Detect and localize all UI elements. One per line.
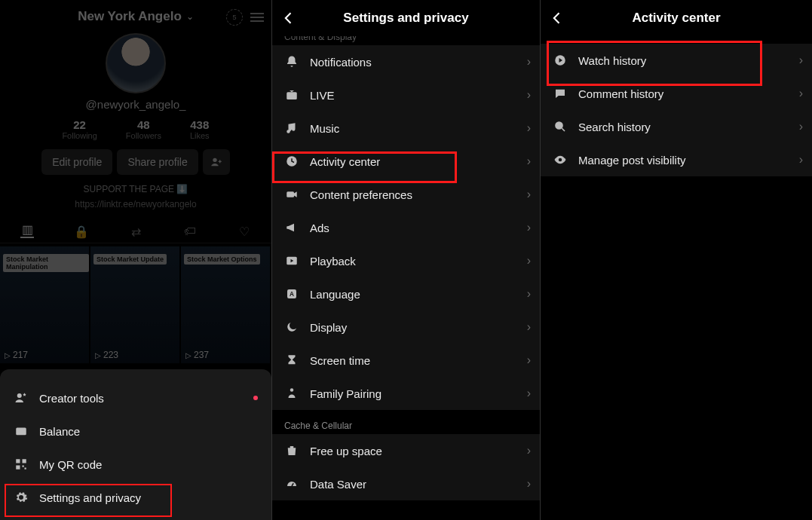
video-grid: Stock Market Manipulation217 Stock Marke… [0,246,271,363]
profile-display-name[interactable]: New York Angelo [78,9,182,24]
section-header: Content & Display [272,36,540,42]
section-header: Cache & Cellular [272,421,540,431]
menu-comment-history[interactable]: Comment history› [541,77,812,110]
video-thumb[interactable]: Stock Market Update223 [90,246,179,363]
svg-rect-8 [25,468,26,470]
settings-pane: Settings and privacy Content & Display N… [272,0,541,520]
profile-handle: @newyork_angelo_ [0,98,271,111]
menu-free-up-space[interactable]: Free up space› [272,434,540,467]
avatar[interactable] [106,33,166,93]
titlebar: Activity center [541,0,812,36]
chevron-down-icon: ⌄ [186,11,194,22]
chevron-right-icon: › [527,353,531,367]
menu-icon[interactable] [250,13,264,22]
menu-data-saver[interactable]: Data Saver› [272,467,540,500]
chevron-right-icon: › [527,88,531,102]
back-button[interactable] [547,8,568,29]
chevron-right-icon: › [527,320,531,334]
activity-center-pane: Activity center Watch history› Comment h… [541,0,812,520]
sheet-qr-code[interactable]: My QR code [0,448,271,481]
back-button[interactable] [278,8,299,29]
menu-notifications[interactable]: Notifications› [272,45,540,78]
family-icon [284,386,299,401]
menu-activity-center[interactable]: Activity center› [272,145,540,178]
qr-icon [14,457,29,472]
stat-following[interactable]: 22Following [62,118,97,140]
camera-icon [284,187,299,202]
svg-rect-4 [16,459,20,463]
menu-content-preferences[interactable]: Content preferences› [272,178,540,211]
moon-icon [284,320,299,335]
menu-search-history[interactable]: Search history› [541,110,812,143]
menu-playback[interactable]: Playback› [272,244,540,277]
lock-tab-icon[interactable]: 🔒 [75,225,88,238]
menu-item-label: Family Pairing [310,387,381,400]
bell-icon [284,54,299,69]
trash-icon [284,443,299,458]
menu-item-label: Playback [310,255,356,268]
menu-screen-time[interactable]: Screen time› [272,344,540,377]
menu-item-label: Ads [310,222,329,234]
menu-display[interactable]: Display› [272,310,540,344]
repost-tab-icon[interactable]: ⇄ [129,225,142,238]
sheet-settings-privacy[interactable]: Settings and privacy [0,481,271,514]
chevron-right-icon: › [527,154,531,168]
share-profile-button[interactable]: Share profile [117,149,198,175]
settings-menu: Notifications› LIVE› Music› Activity cen… [272,45,540,410]
music-icon [284,121,299,136]
menu-language[interactable]: ALanguage› [272,277,540,310]
svg-rect-9 [286,92,297,99]
live-icon [284,87,299,102]
activity-menu: Watch history› Comment history› Search h… [541,44,812,176]
profile-pane: New York Angelo ⌄ 5 @newyork_angelo_ 22F… [0,0,272,520]
svg-point-0 [213,158,216,162]
menu-item-label: Manage post visibility [578,154,686,167]
grid-tab-icon[interactable]: ▥ [20,225,34,238]
chevron-right-icon: › [527,55,531,69]
menu-music[interactable]: Music› [272,112,540,145]
eye-icon [553,152,568,167]
chevron-right-icon: › [527,387,531,400]
bio-line: SUPPORT THE PAGE ⬇️ [0,184,271,194]
sheet-balance[interactable]: Balance [0,414,271,448]
video-thumb[interactable]: Stock Market Options237 [181,246,270,363]
profile-header: New York Angelo ⌄ 5 [0,0,271,29]
menu-live[interactable]: LIVE› [272,78,540,112]
stat-followers[interactable]: 48Followers [126,118,161,140]
menu-family-pairing[interactable]: Family Pairing› [272,377,540,410]
clock-icon [284,154,299,169]
menu-item-label: Screen time [310,354,370,367]
titlebar: Settings and privacy [272,0,540,36]
menu-ads[interactable]: Ads› [272,211,540,244]
menu-item-label: Notifications [310,56,372,69]
megaphone-icon [284,220,299,235]
gauge-icon [284,476,299,491]
menu-item-label: Watch history [578,54,646,67]
notification-dot-icon [253,396,258,400]
bottom-sheet: Creator tools Balance My QR code Setting… [0,369,271,520]
chevron-right-icon: › [799,153,803,167]
menu-manage-post-visibility[interactable]: Manage post visibility› [541,143,812,176]
profile-tabs: ▥ 🔒 ⇄ 🏷 ♡ [0,225,271,243]
bio-link[interactable]: https://linktr.ee/newyorkangelo [0,199,271,210]
settings-menu-cache: Free up space› Data Saver› [272,434,540,500]
hourglass-icon [284,353,299,368]
wallet-icon [14,424,29,439]
video-thumb[interactable]: Stock Market Manipulation217 [0,246,89,363]
edit-profile-button[interactable]: Edit profile [41,149,112,175]
stat-likes[interactable]: 438Likes [190,118,210,140]
sheet-creator-tools[interactable]: Creator tools [0,381,271,414]
page-title: Activity center [632,11,720,26]
heart-tab-icon[interactable]: ♡ [237,225,251,238]
menu-watch-history[interactable]: Watch history› [541,44,812,77]
chevron-right-icon: › [799,120,803,133]
coin-badge-icon[interactable]: 5 [226,9,243,26]
play-icon [284,253,299,268]
add-friend-button[interactable] [203,149,230,175]
bookmark-tab-icon[interactable]: 🏷 [183,225,197,238]
svg-rect-11 [286,191,294,197]
sheet-item-label: Settings and privacy [39,491,141,504]
menu-item-label: Search history [578,121,651,133]
menu-item-label: Free up space [310,445,382,457]
chevron-right-icon: › [799,54,803,67]
